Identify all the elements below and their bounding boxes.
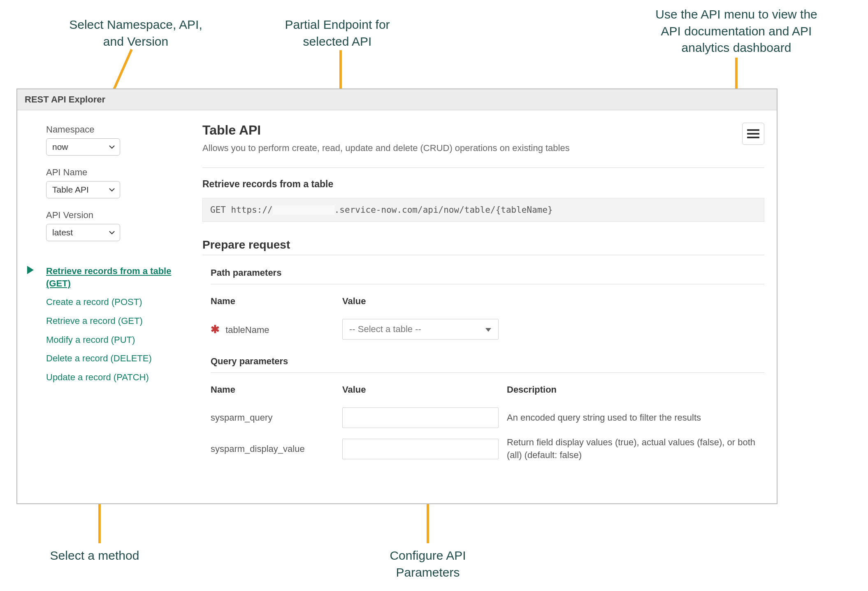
apiversion-label: API Version — [46, 210, 178, 221]
chevron-down-icon — [478, 324, 498, 335]
required-asterisk-icon: ✱ — [211, 323, 220, 335]
divider — [202, 168, 764, 168]
method-label: Retrieve records from a table (GET) — [46, 266, 171, 289]
svg-rect-6 — [747, 133, 759, 135]
col-header-value: Value — [342, 290, 507, 315]
query-param-row: sysparm_query An encoded query string us… — [211, 403, 764, 432]
sysparm-display-value-input[interactable] — [342, 439, 499, 459]
tablename-placeholder: -- Select a table -- — [343, 324, 478, 335]
hamburger-icon — [747, 129, 759, 138]
apiname-group: API Name Table API — [46, 167, 178, 198]
api-menu-button[interactable] — [742, 123, 764, 145]
method-modify-record[interactable]: Modify a record (PUT) — [34, 330, 178, 349]
query-parameters-table: Name Value Description sysparm_query An … — [211, 379, 764, 466]
method-retrieve-record[interactable]: Retrieve a record (GET) — [34, 312, 178, 330]
endpoint-box: GET https://.service-now.com/api/now/tab… — [202, 198, 764, 222]
path-parameters-title: Path parameters — [211, 268, 764, 284]
path-parameters-section: Path parameters Name Value ✱ — [202, 268, 764, 344]
method-label: Update a record (PATCH) — [46, 372, 149, 382]
apiversion-value: latest — [46, 224, 120, 241]
divider — [202, 255, 764, 255]
svg-rect-7 — [747, 137, 759, 138]
apiname-value: Table API — [46, 181, 120, 198]
sysparm-query-input[interactable] — [342, 407, 499, 428]
query-parameters-section: Query parameters Name Value Description … — [202, 356, 764, 466]
rest-api-explorer-panel: REST API Explorer Namespace now API Name… — [16, 88, 777, 504]
col-header-name: Name — [211, 290, 342, 315]
panel-title: REST API Explorer — [17, 89, 777, 110]
path-parameters-table: Name Value ✱ tableName — [211, 290, 764, 344]
namespace-select[interactable]: now — [46, 138, 120, 156]
sidebar: Namespace now API Name Table API — [17, 110, 190, 504]
col-header-name: Name — [211, 379, 342, 403]
query-parameters-title: Query parameters — [211, 356, 764, 373]
retrieve-title: Retrieve records from a table — [202, 179, 764, 190]
endpoint-prefix: GET https:// — [210, 205, 273, 215]
main-content: Table API Allows you to perform create, … — [190, 110, 777, 504]
namespace-label: Namespace — [46, 124, 178, 135]
method-list: Retrieve records from a table (GET) Crea… — [34, 262, 178, 387]
apiversion-group: API Version latest — [46, 210, 178, 241]
col-header-desc: Description — [507, 379, 764, 403]
callouts-params: Configure APIParameters — [354, 547, 502, 581]
callout-endpoint: Partial Endpoint forselected API — [255, 16, 420, 50]
param-desc: An encoded query string used to filter t… — [507, 403, 764, 432]
param-desc: Return field display values (true), actu… — [507, 432, 764, 466]
namespace-group: Namespace now — [46, 124, 178, 156]
query-param-row: sysparm_display_value Return field displ… — [211, 432, 764, 466]
apiname-select[interactable]: Table API — [46, 181, 120, 198]
endpoint-suffix: .service-now.com/api/now/table/{tableNam… — [334, 205, 553, 215]
method-label: Delete a record (DELETE) — [46, 353, 152, 363]
svg-marker-8 — [485, 328, 491, 332]
endpoint-instance-blank — [273, 205, 334, 215]
callout-menu: Use the API menu to view theAPI document… — [621, 6, 852, 56]
param-name: sysparm_query — [211, 403, 342, 432]
apiname-label: API Name — [46, 167, 178, 178]
callout-method: Select a method — [29, 547, 160, 564]
param-name: sysparm_display_value — [211, 432, 342, 466]
method-label: Create a record (POST) — [46, 297, 142, 307]
tablename-select[interactable]: -- Select a table -- — [342, 319, 499, 340]
prepare-request-title: Prepare request — [202, 238, 764, 251]
namespace-value: now — [46, 138, 120, 156]
method-label: Retrieve a record (GET) — [46, 316, 143, 326]
svg-rect-5 — [747, 129, 759, 131]
col-header-value: Value — [342, 379, 507, 403]
method-update-record[interactable]: Update a record (PATCH) — [34, 368, 178, 387]
callout-namespace: Select Namespace, API,and Version — [45, 16, 226, 50]
method-label: Modify a record (PUT) — [46, 335, 135, 345]
method-create-record[interactable]: Create a record (POST) — [34, 293, 178, 312]
api-title: Table API — [202, 123, 570, 138]
method-retrieve-records[interactable]: Retrieve records from a table (GET) — [34, 262, 178, 293]
play-icon — [27, 266, 34, 274]
path-param-row: ✱ tableName -- Select a table -- — [211, 315, 764, 344]
api-description: Allows you to perform create, read, upda… — [202, 143, 570, 154]
apiversion-select[interactable]: latest — [46, 224, 120, 241]
param-name: tableName — [225, 325, 269, 335]
method-delete-record[interactable]: Delete a record (DELETE) — [34, 349, 178, 368]
